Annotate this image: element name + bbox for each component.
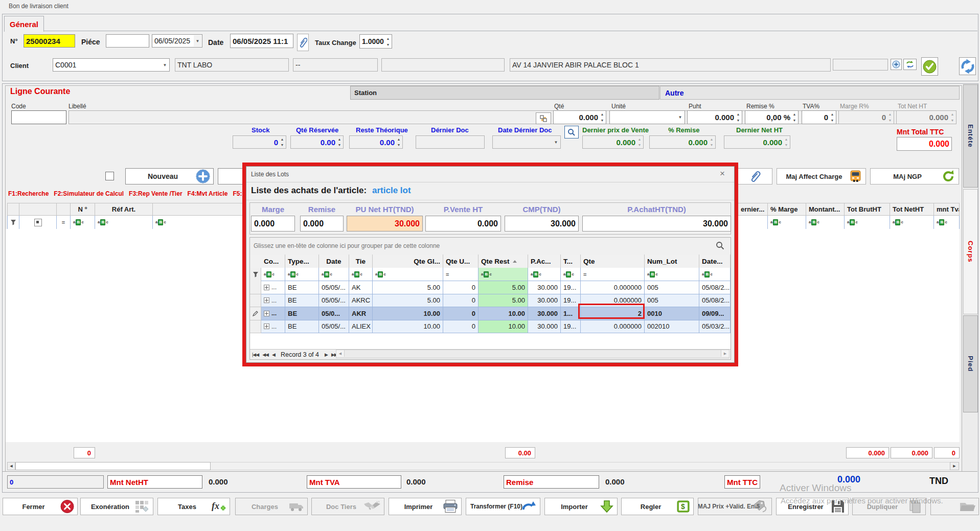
main-grid-column-header[interactable]: Réf Art. xyxy=(95,203,153,216)
toolbar-button-doc-tiers[interactable]: Doc Tiers xyxy=(311,498,384,515)
unite-combo[interactable]: ▼ xyxy=(609,110,685,124)
toolbar-button-imprimer[interactable]: Imprimer xyxy=(389,498,462,515)
abc-filter-icon[interactable]: aBc xyxy=(73,219,84,225)
nouveau-button[interactable]: Nouveau xyxy=(125,168,214,184)
mnt-total-ttc-input[interactable]: 0.000 ▲▼ xyxy=(897,137,952,151)
main-grid-filter-cell[interactable]: aBc xyxy=(845,216,890,229)
abc-filter-icon[interactable]: aBc xyxy=(809,219,819,225)
stock-input[interactable]: 0 ▲▼ xyxy=(233,135,286,149)
client-refresh-button[interactable] xyxy=(903,59,917,70)
date-combo-arrow-icon[interactable]: ▼ xyxy=(194,35,201,47)
code-input[interactable] xyxy=(11,110,66,124)
maj-affect-charge-button[interactable]: Maj Affect Charge xyxy=(777,168,866,184)
remise-pct-label: Remise % xyxy=(746,103,774,110)
main-grid-filter-cell[interactable]: aBc xyxy=(890,216,934,229)
date-dernier-doc-combo[interactable]: ▼ xyxy=(492,135,561,149)
main-grid-filter-cell[interactable]: aBc xyxy=(768,216,806,229)
toolbar-button-exon-ration[interactable]: Exonération xyxy=(80,498,153,515)
date-dernier-combo-arrow-icon[interactable]: ▼ xyxy=(552,136,560,148)
abc-filter-icon[interactable]: aBc xyxy=(937,219,947,225)
main-grid-filter-cell[interactable]: aBc xyxy=(934,216,960,229)
tab-general[interactable]: Géneral xyxy=(4,16,44,32)
sync-button[interactable] xyxy=(959,57,976,75)
puht-input[interactable]: 0.000 ▲▼ xyxy=(687,110,742,124)
toolbar-button-transformer-f10[interactable]: Transformer (F10) xyxy=(466,498,540,515)
main-grid-column-header[interactable] xyxy=(57,203,71,216)
taux-change-value: 1.0000 xyxy=(362,37,384,45)
main-grid-column-header[interactable]: Tot BrutHT xyxy=(845,203,890,216)
tva-input[interactable]: 0 ▲▼ xyxy=(802,110,836,124)
piece-input[interactable] xyxy=(106,34,149,48)
abc-filter-icon[interactable]: aBc xyxy=(770,219,781,225)
main-grid-column-header[interactable]: mnt Tva xyxy=(934,203,960,216)
side-tab-entete[interactable]: Entéte xyxy=(963,84,978,188)
main-grid-column-header[interactable]: N ° xyxy=(71,203,95,216)
grid-footer-summary: 0.00 xyxy=(505,447,535,458)
scrollbar-left-arrow-icon[interactable]: ◀ xyxy=(7,462,15,470)
equals-filter-icon[interactable]: = xyxy=(62,220,65,225)
toolbar-button-taxes[interactable]: Taxesfx xyxy=(157,498,230,515)
main-grid-filter-cell[interactable]: aBc xyxy=(806,216,845,229)
abc-filter-icon[interactable]: aBc xyxy=(893,219,903,225)
main-grid-filter-cell[interactable]: = xyxy=(57,216,71,229)
main-grid-filter-cell[interactable] xyxy=(19,216,57,229)
client-validate-button[interactable] xyxy=(921,57,938,76)
qte-spinner[interactable]: ▲▼ xyxy=(599,111,605,123)
tab-autre[interactable]: Autre xyxy=(660,86,960,100)
remise-pct-input[interactable]: 0,00 % ▲▼ xyxy=(745,110,799,124)
datetime-input[interactable]: 06/05/2025 11:1 xyxy=(230,34,293,48)
puht-spinner[interactable]: ▲▼ xyxy=(735,111,741,123)
qte-input[interactable]: 0.000 ▲▼ xyxy=(553,110,606,124)
nouveau-button-label: Nouveau xyxy=(148,172,178,180)
client-add-button[interactable] xyxy=(891,59,902,70)
toolbar-button-regler[interactable]: Regler$ xyxy=(621,498,694,515)
remise-spinner[interactable]: ▲▼ xyxy=(791,111,797,123)
main-grid-column-header[interactable] xyxy=(7,203,19,216)
taux-change-input[interactable]: 1.0000 ▲▼ xyxy=(359,34,392,49)
main-grid-column-header[interactable]: Tot NetHT xyxy=(890,203,934,216)
n-input[interactable]: 25000234 xyxy=(24,34,75,48)
search-article-button[interactable] xyxy=(564,126,579,138)
qte-reservee-input[interactable]: 0.00 ▲▼ xyxy=(290,135,344,149)
qte-value: 0.000 xyxy=(579,113,598,122)
client-name-field: TNT LABO xyxy=(175,58,289,72)
attach-button[interactable] xyxy=(297,34,309,51)
main-grid-column-header[interactable]: Montant... xyxy=(806,203,845,216)
scrollbar-thumb[interactable] xyxy=(15,462,211,470)
main-grid-filter-cell[interactable] xyxy=(7,216,19,229)
main-grid-column-header[interactable] xyxy=(19,203,57,216)
main-grid-column-header[interactable]: % Marge xyxy=(768,203,806,216)
side-tab-corps[interactable]: Corps xyxy=(963,189,978,314)
abc-filter-icon[interactable]: aBc xyxy=(155,219,166,225)
tab-general-joint xyxy=(5,31,42,32)
funnel-filter-icon[interactable] xyxy=(10,219,16,225)
categorize-button[interactable] xyxy=(536,112,551,124)
date-combo[interactable]: 06/05/2025 ▼ xyxy=(152,34,202,48)
main-grid-filter-cell[interactable]: aBc xyxy=(71,216,95,229)
toolbar-button-importer[interactable]: Importer xyxy=(544,498,618,515)
abc-filter-icon[interactable]: aBc xyxy=(847,219,858,225)
toolbar-button-charges[interactable]: Charges xyxy=(235,498,308,515)
tab-station[interactable]: Station xyxy=(350,86,659,100)
main-grid-filter-cell[interactable] xyxy=(738,216,768,229)
attach-charge-button[interactable] xyxy=(738,168,772,184)
scrollbar-right-arrow-icon[interactable]: ▶ xyxy=(950,462,959,470)
reste-theorique-input[interactable]: 0.00 ▲▼ xyxy=(349,135,403,149)
remise-value: 0.000 xyxy=(605,477,625,486)
checkbox-filter-icon[interactable] xyxy=(34,219,42,226)
main-grid-filter-cell[interactable]: aBc xyxy=(95,216,153,229)
client-code-combo[interactable]: C0001 ▼ xyxy=(53,58,170,72)
abc-filter-icon[interactable]: aBc xyxy=(98,219,108,225)
pct-remise-input: 0.000 ▲▼ xyxy=(649,135,716,149)
maj-ngp-button[interactable]: MAj NGP xyxy=(870,168,959,184)
side-tab-pied[interactable]: Pied xyxy=(963,315,978,412)
client-combo-arrow-icon[interactable]: ▼ xyxy=(161,59,169,71)
toolbar-button-maj-prix-valid-ent[interactable]: MAJ Prix +Valid. Ent$ xyxy=(698,498,772,515)
windows-watermark-line2: Accédez aux paramètres pour activer Wind… xyxy=(781,496,943,505)
toolbar-button-fermer[interactable]: Fermer xyxy=(3,498,78,515)
tva-spinner[interactable]: ▲▼ xyxy=(829,111,835,123)
line-checkbox[interactable] xyxy=(105,172,114,180)
unite-combo-arrow-icon[interactable]: ▼ xyxy=(676,111,684,123)
main-grid-column-header[interactable]: ernier... xyxy=(738,203,768,216)
taux-spinner[interactable]: ▲▼ xyxy=(385,35,391,48)
